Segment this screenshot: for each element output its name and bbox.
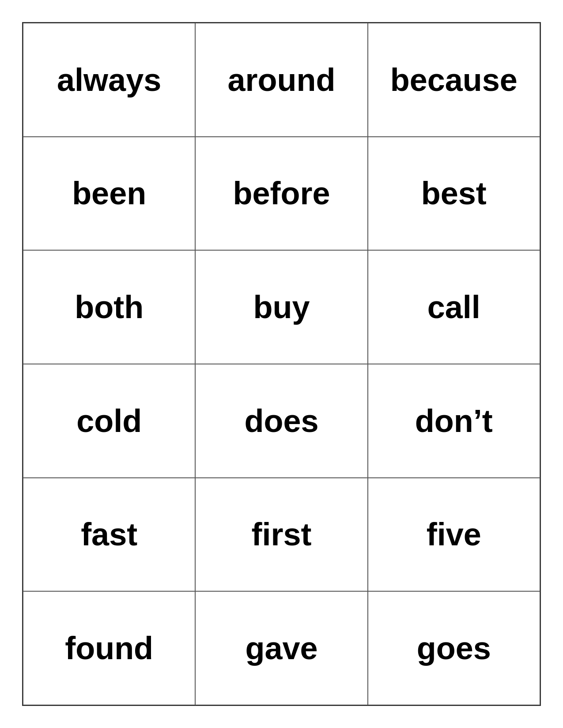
word-grid: alwaysaroundbecausebeenbeforebestbothbuy… [22, 22, 541, 706]
cell-call: call [368, 250, 540, 364]
cell-cold: cold [23, 364, 195, 478]
cell-before: before [195, 137, 367, 251]
word-best: best [421, 175, 487, 211]
word-call: call [427, 289, 480, 325]
word-around: around [228, 62, 336, 98]
cell-around: around [195, 23, 367, 137]
cell-both: both [23, 250, 195, 364]
cell-five: five [368, 478, 540, 592]
word-gave: gave [245, 630, 317, 666]
word-before: before [233, 175, 330, 211]
word-because: because [390, 62, 518, 98]
cell-buy: buy [195, 250, 367, 364]
cell-fast: fast [23, 478, 195, 592]
cell-found: found [23, 591, 195, 705]
word-both: both [75, 289, 144, 325]
word-first: first [251, 516, 311, 552]
word-found: found [65, 630, 153, 666]
cell-always: always [23, 23, 195, 137]
cell-dont: don’t [368, 364, 540, 478]
cell-gave: gave [195, 591, 367, 705]
cell-does: does [195, 364, 367, 478]
cell-because: because [368, 23, 540, 137]
word-cold: cold [76, 403, 142, 439]
word-dont: don’t [415, 403, 493, 439]
cell-goes: goes [368, 591, 540, 705]
word-been: been [72, 175, 146, 211]
word-does: does [244, 403, 318, 439]
word-always: always [57, 62, 161, 98]
cell-been: been [23, 137, 195, 251]
word-five: five [427, 516, 481, 552]
word-fast: fast [81, 516, 137, 552]
word-buy: buy [253, 289, 310, 325]
cell-best: best [368, 137, 540, 251]
word-goes: goes [417, 630, 491, 666]
cell-first: first [195, 478, 367, 592]
